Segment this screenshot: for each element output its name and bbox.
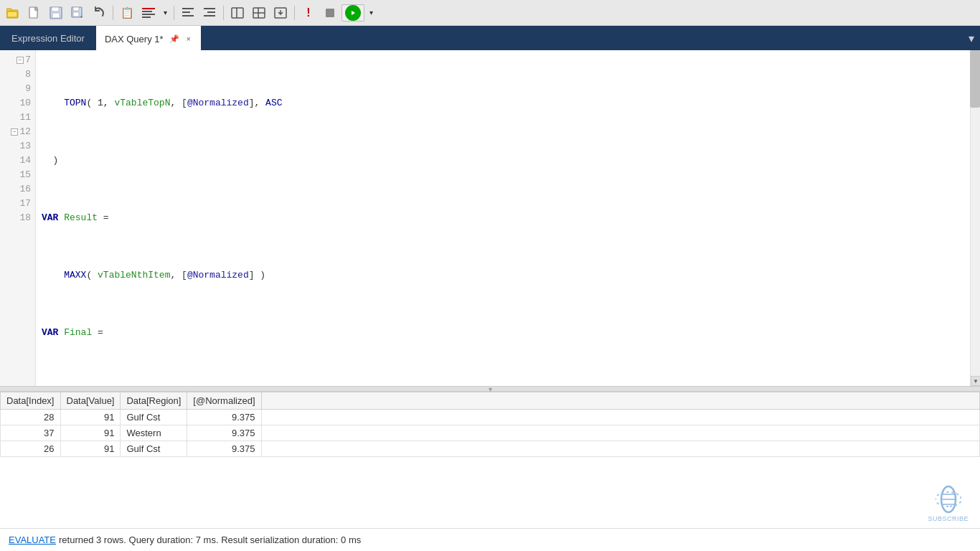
align-right-btn[interactable] <box>199 3 220 23</box>
svg-rect-7 <box>52 13 60 18</box>
tab-dax-query-1[interactable]: DAX Query 1* 📌 × <box>96 26 201 50</box>
line-num-10: 10 <box>0 96 35 110</box>
sep4 <box>294 6 295 20</box>
svg-rect-2 <box>7 11 17 17</box>
vertical-scrollbar[interactable]: ▲ ▼ <box>970 50 980 386</box>
dna-icon <box>936 485 961 514</box>
editor-container: − 7 8 9 10 11 − 12 13 14 15 16 17 18 TOP… <box>0 50 980 386</box>
tab-label: DAX Query 1* <box>105 34 164 44</box>
cell-normalized-2: 9.375 <box>187 441 261 457</box>
col-header-region: Data[Region] <box>121 392 187 410</box>
expression-editor-label: Expression Editor <box>0 26 96 50</box>
svg-rect-15 <box>142 17 151 18</box>
line-num-17: 17 <box>0 197 35 211</box>
collapse-btn-7[interactable]: − <box>17 57 24 64</box>
code-line-8: ) <box>42 154 974 168</box>
col-header-index: Data[Index] <box>1 392 61 410</box>
scrollbar-thumb[interactable] <box>970 50 980 108</box>
code-line-12: IF( <box>42 383 974 386</box>
svg-rect-6 <box>52 7 59 11</box>
cell-empty-0 <box>261 410 979 425</box>
export-btn[interactable] <box>270 3 291 23</box>
run-icon <box>345 5 361 21</box>
table-row: 26 91 Gulf Cst 9.375 <box>1 441 980 457</box>
svg-rect-14 <box>142 14 155 15</box>
line-num-15: 15 <box>0 168 35 182</box>
save-btn[interactable] <box>46 3 66 23</box>
sep2 <box>174 6 174 20</box>
svg-rect-22 <box>232 8 243 18</box>
tab-bar: Expression Editor DAX Query 1* 📌 × ▾ <box>0 26 980 50</box>
svg-rect-16 <box>182 8 194 9</box>
line-num-8: 8 <box>0 67 35 82</box>
line-num-16: 16 <box>0 182 35 197</box>
results-table[interactable]: Data[Index] Data[Value] Data[Region] [@N… <box>0 392 980 528</box>
line-num-11: 11 <box>0 110 35 125</box>
svg-rect-12 <box>142 8 155 9</box>
svg-rect-20 <box>207 11 215 13</box>
status-bar: EVALUATE returned 3 rows. Query duration… <box>0 528 980 551</box>
format-btn[interactable] <box>138 3 159 23</box>
svg-rect-21 <box>204 15 215 17</box>
svg-rect-1 <box>6 9 11 11</box>
table-header-row: Data[Index] Data[Value] Data[Region] [@N… <box>1 392 980 410</box>
cell-normalized-1: 9.375 <box>187 425 261 441</box>
stop-btn[interactable] <box>320 3 340 23</box>
scroll-down-arrow[interactable]: ▼ <box>971 376 980 386</box>
code-line-7: TOPN( 1, vTableTopN, [@Normalized], ASC <box>42 96 974 110</box>
line-numbers: − 7 8 9 10 11 − 12 13 14 15 16 17 18 <box>0 50 36 386</box>
cell-index-0: 28 <box>1 410 61 425</box>
cell-region-0: Gulf Cst <box>121 410 187 425</box>
new-btn[interactable] <box>24 3 44 23</box>
col-header-value: Data[Value] <box>60 392 121 410</box>
svg-text:+: + <box>80 14 83 19</box>
cell-region-2: Gulf Cst <box>121 441 187 457</box>
cell-value-0: 91 <box>60 410 121 425</box>
col-header-normalized: [@Normalized] <box>187 392 261 410</box>
code-line-9: VAR Result = <box>42 211 974 225</box>
svg-rect-9 <box>73 7 79 11</box>
run-btn[interactable] <box>341 4 364 22</box>
line-num-12: − 12 <box>0 125 35 139</box>
splitter[interactable]: ▾ <box>0 386 980 392</box>
line-num-14: 14 <box>0 154 35 168</box>
help-btn[interactable] <box>249 3 269 23</box>
format-dropdown-btn[interactable]: ▾ <box>160 3 170 23</box>
code-line-11: VAR Final = <box>42 326 974 340</box>
svg-rect-18 <box>182 15 194 17</box>
svg-rect-13 <box>142 11 152 12</box>
align-left-btn[interactable] <box>178 3 198 23</box>
svg-rect-28 <box>326 9 334 17</box>
save-as-btn[interactable]: + <box>67 3 88 23</box>
sep1 <box>113 6 113 20</box>
cell-normalized-0: 9.375 <box>187 410 261 425</box>
cell-region-1: Western <box>121 425 187 441</box>
close-icon[interactable]: × <box>185 33 192 44</box>
line-num-13: 13 <box>0 139 35 154</box>
svg-rect-10 <box>73 12 79 17</box>
watermark-label: SUBSCRIBE <box>928 515 969 522</box>
line-num-18: 18 <box>0 211 35 225</box>
warn-btn[interactable]: ! <box>298 3 319 23</box>
undo-btn[interactable] <box>89 3 109 23</box>
line-num-9: 9 <box>0 82 35 96</box>
toolbar: + 📋 ▾ ! ▾ <box>0 0 980 26</box>
panel-btn[interactable] <box>227 3 248 23</box>
watermark: SUBSCRIBE <box>928 485 969 522</box>
evaluate-link[interactable]: EVALUATE <box>9 534 56 545</box>
code-line-10: MAXX( vTableNthItem, [@Normalized] ) <box>42 268 974 283</box>
results-container: Data[Index] Data[Value] Data[Region] [@N… <box>0 392 980 528</box>
sep3 <box>223 6 224 20</box>
cell-empty-2 <box>261 441 979 457</box>
open-folder-btn[interactable] <box>3 3 23 23</box>
code-editor[interactable]: TOPN( 1, vTableTopN, [@Normalized], ASC … <box>36 50 980 386</box>
svg-rect-19 <box>204 8 215 9</box>
cell-value-2: 91 <box>60 441 121 457</box>
paste-btn[interactable]: 📋 <box>117 3 137 23</box>
editor-scroll-area: − 7 8 9 10 11 − 12 13 14 15 16 17 18 TOP… <box>0 50 980 386</box>
status-message: returned 3 rows. Query duration: 7 ms. R… <box>59 534 361 545</box>
tab-dropdown-btn[interactable]: ▾ <box>963 26 980 50</box>
collapse-btn-12[interactable]: − <box>11 128 18 136</box>
run-dropdown-btn[interactable]: ▾ <box>366 3 376 23</box>
pin-icon[interactable]: 📌 <box>169 34 179 44</box>
